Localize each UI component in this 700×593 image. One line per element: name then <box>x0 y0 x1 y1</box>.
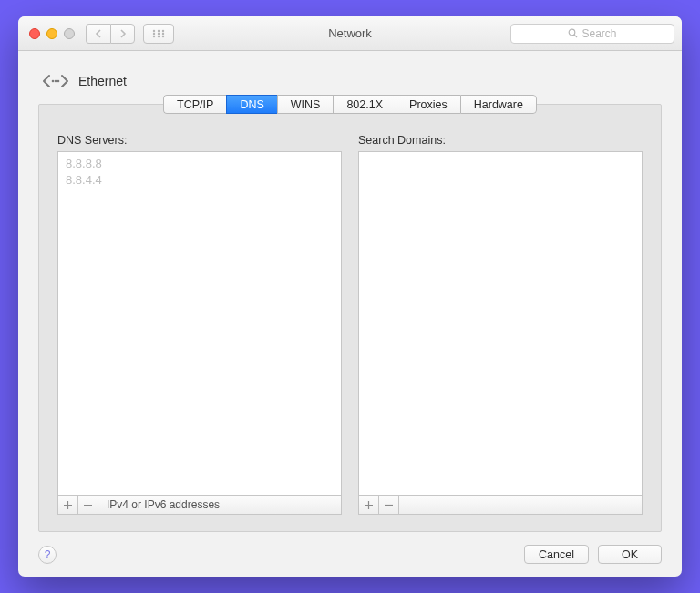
dns-hint: IPv4 or IPv6 addresses <box>107 498 220 511</box>
svg-point-6 <box>153 32 155 34</box>
network-window: Network Search Ethernet TCP/IPDNSWINS802… <box>18 16 682 577</box>
svg-point-0 <box>153 29 155 31</box>
tab-dns[interactable]: DNS <box>226 95 276 114</box>
search-domains-list[interactable] <box>358 151 643 495</box>
dns-servers-label: DNS Servers: <box>57 134 342 147</box>
zoom-icon <box>64 28 75 39</box>
svg-point-12 <box>55 80 57 83</box>
dns-servers-column: DNS Servers: 8.8.8.88.8.4.4 IPv4 or IPv6… <box>57 134 342 515</box>
titlebar: Network Search <box>18 16 682 51</box>
search-placeholder: Search <box>582 27 616 40</box>
remove-dns-button[interactable] <box>78 496 98 514</box>
tab-8021x[interactable]: 802.1X <box>333 95 396 114</box>
domains-list-controls <box>358 495 643 515</box>
svg-point-13 <box>57 80 60 83</box>
footer-buttons: Cancel OK <box>524 545 662 564</box>
nav-buttons <box>86 24 135 44</box>
dns-servers-list[interactable]: 8.8.8.88.8.4.4 <box>57 151 342 495</box>
footer: ? Cancel OK <box>38 545 662 564</box>
add-dns-button[interactable] <box>58 496 78 514</box>
tab-proxies[interactable]: Proxies <box>396 95 460 114</box>
interface-name: Ethernet <box>78 74 127 88</box>
columns: DNS Servers: 8.8.8.88.8.4.4 IPv4 or IPv6… <box>57 134 643 515</box>
tab-wins[interactable]: WINS <box>277 95 334 114</box>
svg-line-10 <box>575 35 578 37</box>
list-item[interactable]: 8.8.8.8 <box>66 156 334 172</box>
svg-point-4 <box>158 35 160 36</box>
minimize-icon[interactable] <box>46 28 57 39</box>
svg-point-11 <box>52 80 55 83</box>
grid-icon <box>152 29 165 38</box>
svg-point-3 <box>153 35 155 36</box>
plus-icon <box>64 501 72 509</box>
back-button[interactable] <box>86 24 110 44</box>
minus-icon <box>385 501 393 509</box>
plus-icon <box>365 501 373 509</box>
tabs-row: TCP/IPDNSWINS802.1XProxiesHardware <box>163 95 537 114</box>
tab-hardware[interactable]: Hardware <box>460 95 537 114</box>
search-icon <box>568 28 578 38</box>
show-all-button[interactable] <box>143 24 174 44</box>
search-domains-column: Search Domains: <box>358 134 643 515</box>
ethernet-icon <box>40 67 71 95</box>
window-body: Ethernet TCP/IPDNSWINS802.1XProxiesHardw… <box>18 51 682 577</box>
remove-domain-button[interactable] <box>379 496 399 514</box>
search-domains-label: Search Domains: <box>358 134 643 147</box>
svg-point-8 <box>162 32 164 34</box>
cancel-button[interactable]: Cancel <box>524 545 589 564</box>
forward-button[interactable] <box>110 24 135 44</box>
close-icon[interactable] <box>29 28 40 39</box>
ok-button[interactable]: OK <box>598 545 662 564</box>
dns-list-controls: IPv4 or IPv6 addresses <box>57 495 342 515</box>
traffic-lights <box>29 28 75 39</box>
list-item[interactable]: 8.8.4.4 <box>66 172 334 189</box>
minus-icon <box>84 501 92 509</box>
search-input[interactable]: Search <box>510 24 674 44</box>
help-button[interactable]: ? <box>38 546 57 564</box>
svg-point-2 <box>162 29 164 31</box>
svg-point-7 <box>158 32 160 34</box>
tab-tcpip[interactable]: TCP/IP <box>163 95 226 114</box>
help-icon: ? <box>45 548 51 561</box>
add-domain-button[interactable] <box>359 496 379 514</box>
svg-point-5 <box>162 35 164 36</box>
svg-point-1 <box>158 29 160 31</box>
svg-point-9 <box>570 29 576 36</box>
settings-panel: TCP/IPDNSWINS802.1XProxiesHardware DNS S… <box>38 104 662 532</box>
